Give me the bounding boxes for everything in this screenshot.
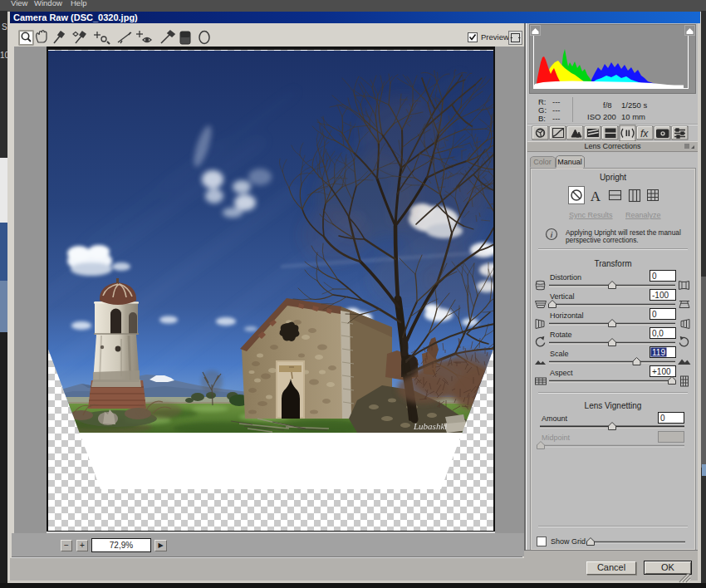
svg-text:Sync Results: Sync Results [569, 211, 613, 219]
svg-text:0: 0 [652, 272, 657, 281]
svg-text:i: i [551, 231, 553, 239]
svg-text:0: 0 [660, 414, 665, 423]
svg-text:Reanalyze: Reanalyze [625, 211, 661, 219]
svg-text:Transform: Transform [594, 259, 631, 268]
svg-text:Distortion: Distortion [550, 273, 581, 282]
svg-text:-100: -100 [652, 291, 669, 300]
svg-text:Vertical: Vertical [550, 292, 575, 301]
svg-text:Midpoint: Midpoint [542, 434, 571, 442]
svg-text:ISO 200: ISO 200 [587, 112, 616, 121]
svg-text:fx: fx [640, 128, 649, 140]
svg-text:Lubashki: Lubashki [413, 421, 447, 431]
svg-text:---: --- [552, 114, 561, 123]
svg-text:Color: Color [533, 158, 552, 166]
svg-text:Preview: Preview [481, 32, 509, 42]
svg-text:Aspect: Aspect [550, 369, 573, 377]
svg-text:1/250 s: 1/250 s [621, 100, 647, 110]
svg-text:Upright: Upright [600, 173, 626, 182]
svg-text:Scale: Scale [550, 350, 569, 358]
svg-text:Lens Corrections: Lens Corrections [584, 142, 641, 150]
svg-text:Lens Vignetting: Lens Vignetting [585, 401, 642, 410]
svg-text:10 mm: 10 mm [621, 112, 645, 121]
svg-text:Rotate: Rotate [550, 331, 572, 339]
svg-text:perspective corrections.: perspective corrections. [566, 236, 639, 244]
svg-text:f/8: f/8 [603, 100, 612, 110]
svg-text:0,0: 0,0 [652, 329, 664, 338]
svg-text:119: 119 [652, 348, 665, 357]
svg-text:+100: +100 [652, 367, 671, 376]
svg-text:Horizontal: Horizontal [550, 311, 584, 320]
svg-text:Manual: Manual [557, 158, 582, 166]
svg-text:Show Grid: Show Grid [551, 537, 586, 546]
svg-text:A: A [591, 189, 601, 204]
svg-text:B:: B: [538, 114, 546, 123]
svg-text:0: 0 [652, 310, 657, 319]
svg-text:Amount: Amount [542, 414, 568, 423]
